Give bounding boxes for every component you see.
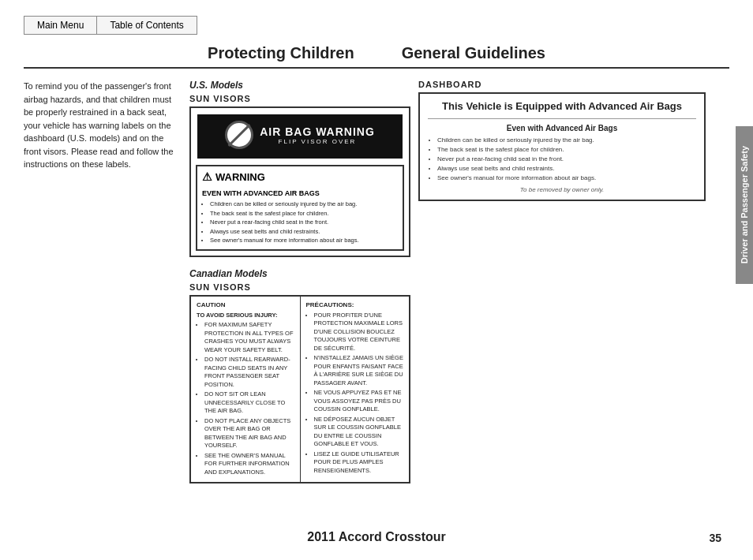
caution-left-bullet-2: DO NOT INSTALL REARWARD-FACING CHILD SEA…	[204, 356, 294, 389]
caution-left: CAUTION TO AVOID SERIOUS INJURY: FOR MAX…	[191, 297, 301, 483]
warning-bullet-5: See owner's manual for more information …	[210, 237, 398, 245]
caution-left-intro: TO AVOID SERIOUS INJURY:	[197, 312, 294, 320]
side-tab: Driver and Passenger Safety	[736, 126, 753, 284]
canadian-sun-visors-label: SUN VISORS	[189, 282, 410, 292]
footer-model: 2011 Accord Crosstour	[307, 530, 445, 544]
airbag-warning-title: AIR BAG WARNING	[260, 125, 375, 138]
warning-triangle-box: ⚠ WARNING EVEN WITH ADVANCED AIR BAGS Ch…	[196, 165, 404, 251]
right-column: DASHBOARD This Vehicle is Equipped with …	[418, 80, 729, 513]
dashboard-main-text: This Vehicle is Equipped with Advanced A…	[428, 100, 696, 114]
caution-left-bullet-1: FOR MAXIMUM SAFETY PROTECTION IN ALL TYP…	[204, 321, 294, 354]
dashboard-bullet-1: Children can be killed or seriously inju…	[437, 136, 696, 145]
dashboard-divider	[428, 118, 696, 119]
dashboard-bullet-5: See owner's manual for more information …	[437, 174, 696, 183]
main-content: To remind you of the passenger's front a…	[24, 80, 729, 513]
warning-subhead: EVEN WITH ADVANCED AIR BAGS	[202, 189, 398, 199]
main-menu-button[interactable]: Main Menu	[24, 16, 96, 35]
dashboard-sub-title: Even with Advanced Air Bags	[428, 124, 696, 133]
title-guidelines: General Guidelines	[402, 44, 545, 62]
caution-left-header: CAUTION	[197, 301, 294, 309]
caution-right: PRÉCAUTIONS: POUR PROFITER D'UNE PROTECT…	[301, 297, 410, 483]
warning-header: ⚠ WARNING	[202, 170, 398, 185]
us-sun-visors-label: SUN VISORS	[189, 94, 410, 103]
warning-bullet-4: Always use seat belts and child restrain…	[210, 228, 398, 237]
dashboard-bullet-4: Always use seat belts and child restrain…	[437, 164, 696, 174]
warning-bullet-1: Children can be killed or seriously inju…	[210, 200, 398, 209]
no-child-icon	[225, 121, 253, 149]
side-tab-text: Driver and Passenger Safety	[740, 146, 749, 263]
caution-right-bullet-5: LISEZ LE GUIDE UTILISATEUR POUR DE PLUS …	[314, 450, 404, 476]
dashboard-label: DASHBOARD	[418, 80, 706, 89]
caution-right-bullet-3: NE VOUS APPUYEZ PAS ET NE VOUS ASSOYEZ P…	[314, 389, 404, 414]
warning-bullet-2: The back seat is the safest place for ch…	[210, 210, 398, 218]
canadian-models-title: Canadian Models	[189, 268, 410, 279]
us-models-title: U.S. Models	[189, 80, 410, 91]
warning-label: WARNING	[215, 170, 265, 185]
canadian-section: Canadian Models SUN VISORS CAUTION TO AV…	[189, 268, 410, 484]
airbag-warning-box: AIR BAG WARNING FLIP VISOR OVER	[196, 113, 404, 160]
dashboard-footer: To be removed by owner only.	[428, 186, 696, 193]
caution-right-bullet-4: NE DÉPOSEZ AUCUN OBJET SUR LE COUSSIN GO…	[314, 416, 404, 449]
triangle-icon: ⚠	[202, 170, 212, 185]
top-nav: Main Menu Table of Contents	[24, 16, 729, 35]
left-column: To remind you of the passenger's front a…	[24, 80, 182, 513]
table-of-contents-button[interactable]: Table of Contents	[96, 16, 197, 35]
caution-right-bullet-1: POUR PROFITER D'UNE PROTECTION MAXIMALE …	[314, 312, 404, 353]
page-container: Main Menu Table of Contents Protecting C…	[0, 0, 753, 560]
page-footer: 2011 Accord Crosstour	[0, 530, 753, 544]
caution-left-bullet-4: DO NOT PLACE ANY OBJECTS OVER THE AIR BA…	[204, 417, 294, 450]
dashboard-bullet-2: The back seat is the safest place for ch…	[437, 145, 696, 155]
dashboard-bullet-3: Never put a rear-facing child seat in th…	[437, 155, 696, 164]
dashboard-box: This Vehicle is Equipped with Advanced A…	[418, 92, 706, 201]
title-bar: Protecting Children General Guidelines	[24, 44, 729, 69]
warning-bullets: Children can be killed or seriously inju…	[202, 200, 398, 245]
intro-text: To remind you of the passenger's front a…	[24, 80, 174, 171]
dashboard-fine-text: Children can be killed or seriously inju…	[428, 136, 696, 183]
caution-left-bullet-3: DO NOT SIT OR LEAN UNNECESSARILY CLOSE T…	[204, 390, 294, 416]
caution-bilingual-box: CAUTION TO AVOID SERIOUS INJURY: FOR MAX…	[189, 295, 410, 484]
title-protecting: Protecting Children	[208, 44, 354, 62]
caution-right-bullet-2: N'INSTALLEZ JAMAIS UN SIÈGE POUR ENFANTS…	[314, 354, 404, 387]
caution-left-bullet-5: SEE THE OWNER'S MANUAL FOR FURTHER INFOR…	[204, 452, 294, 477]
middle-column: U.S. Models SUN VISORS AIR BAG WARNING F…	[189, 80, 410, 513]
warning-bullet-3: Never put a rear-facing child seat in th…	[210, 218, 398, 227]
page-number: 35	[709, 532, 721, 544]
caution-right-header: PRÉCAUTIONS:	[306, 301, 404, 309]
airbag-warning-outer: AIR BAG WARNING FLIP VISOR OVER ⚠ WARNIN…	[189, 106, 410, 257]
airbag-warning-sub: FLIP VISOR OVER	[260, 138, 375, 145]
